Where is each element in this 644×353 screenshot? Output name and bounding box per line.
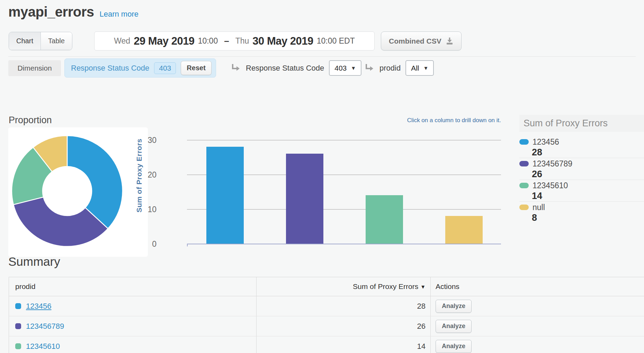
end-time: 10:00 EDT [317,36,355,46]
y-tick-label-20: 20 [143,170,156,180]
sort-descending-icon: ▼ [420,284,426,290]
drilldown-prodid-label: prodid [379,64,401,73]
chevron-down-icon: ▼ [351,65,356,71]
summary-table: prodid Sum of Proxy Errors ▼ Actions 123… [9,277,644,353]
legend-item-row: 123456789 [519,159,644,169]
x-axis-tick [187,244,188,246]
y-tick-label-0: 0 [143,239,156,249]
table-row-12345610: 1234561014Analyze [9,336,644,353]
legend-value: 14 [532,190,644,201]
legend-item-row: 123456 [519,137,644,147]
drilldown-status-code: Response Status Code 403 ▼ [231,58,361,78]
dimension-label: Dimension [8,60,61,76]
toolbar-separator [8,56,636,57]
legend-item-123456[interactable]: 12345628 [519,136,644,158]
sum-value: 14 [417,342,426,351]
drilldown-status-code-label: Response Status Code [246,64,324,73]
drilldown-hint: Click on a column to drill down on it. [328,117,501,124]
drilldown-status-code-select[interactable]: 403 ▼ [329,60,361,76]
drilldown-arrow-icon [364,63,375,73]
drilldown-status-code-value: 403 [334,64,347,72]
prodid-cell: 123456 [9,296,257,316]
legend-swatch-icon [519,139,529,145]
prodid-cell: 12345610 [9,336,257,353]
proportion-donut-chart [8,127,148,257]
legend-label: 123456 [533,137,559,147]
analyze-button[interactable]: Analyze [436,340,472,353]
legend-item-row: 12345610 [519,181,644,190]
prodid-link[interactable]: 123456 [26,302,51,311]
bar-12345610[interactable] [366,195,403,244]
combined-csv-button[interactable]: Combined CSV [381,31,462,51]
prodid-link[interactable]: 12345610 [26,342,60,351]
actions-cell: Analyze [431,316,644,336]
legend-value: 8 [532,212,644,223]
drilldown-arrow-icon [231,63,241,73]
view-toggle: Chart Table [9,32,72,50]
table-row-123456789: 12345678926Analyze [9,316,644,336]
bar-null[interactable] [445,216,483,244]
download-icon [446,37,454,45]
date-range-dash: – [224,36,229,46]
analytics-dashboard: myapi_errors Learn more Chart Table Wed … [0,0,644,353]
tab-table[interactable]: Table [41,32,72,50]
proportion-title: Proportion [9,115,52,126]
sum-value: 28 [417,302,426,311]
learn-more-link[interactable]: Learn more [99,10,138,19]
legend-title: Sum of Proxy Errors [519,115,644,132]
start-date: 29 May 2019 [134,35,194,47]
legend-swatch-icon [519,161,529,166]
active-filter-pill: Response Status Code 403 Reset [64,58,216,78]
reset-button[interactable]: Reset [181,61,211,75]
end-date: 30 May 2019 [252,35,313,47]
chart-legend: Sum of Proxy Errors 12345628123456789261… [519,115,644,224]
gridline-30 [187,140,501,141]
analyze-button[interactable]: Analyze [436,320,472,333]
date-range-picker[interactable]: Wed 29 May 2019 10:00 – Thu 30 May 2019 … [94,31,375,51]
start-day: Wed [114,36,130,46]
prodid-link[interactable]: 123456789 [26,322,64,331]
combined-csv-label: Combined CSV [389,37,441,45]
legend-swatch-icon [519,205,529,210]
drilldown-prodid-value: All [411,64,419,72]
column-header-prodid[interactable]: prodid [15,282,35,291]
actions-cell: Analyze [431,296,644,316]
active-filter-name: Response Status Code [71,64,149,73]
legend-item-null[interactable]: null8 [519,202,644,224]
header: myapi_errors Learn more [8,4,138,20]
series-swatch-icon [15,323,21,329]
summary-heading: Summary [8,255,60,269]
x-axis-line [187,244,501,244]
value-cell: 28 [257,296,431,316]
legend-value: 26 [532,169,644,180]
summary-table-header: prodid Sum of Proxy Errors ▼ Actions [9,277,644,296]
table-row-123456: 12345628Analyze [9,296,644,316]
column-header-sum[interactable]: Sum of Proxy Errors [353,282,418,291]
series-swatch-icon [15,343,21,349]
active-filter-value-badge: 403 [154,62,176,74]
y-axis-title: Sum of Proxy Errors [135,149,143,212]
legend-value: 28 [532,147,644,158]
legend-items: 12345628123456789261234561014null8 [519,136,644,224]
bar-123456[interactable] [206,147,244,244]
analyze-button[interactable]: Analyze [436,300,472,313]
page-title: myapi_errors [8,4,94,20]
legend-label: null [533,203,545,212]
drilldown-prodid: prodid All ▼ [364,58,434,78]
legend-label: 123456789 [533,159,572,169]
actions-cell: Analyze [431,336,644,353]
legend-swatch-icon [519,183,529,188]
y-tick-label-30: 30 [143,136,156,145]
bar-123456789[interactable] [286,154,323,244]
end-day: Thu [235,36,249,46]
start-time: 10:00 [198,36,218,46]
legend-item-12345610[interactable]: 1234561014 [519,180,644,202]
legend-label: 12345610 [533,181,568,190]
value-cell: 14 [257,336,431,353]
drilldown-prodid-select[interactable]: All ▼ [405,60,434,76]
legend-item-123456789[interactable]: 12345678926 [519,158,644,180]
tab-chart[interactable]: Chart [9,32,41,50]
summary-table-body: 12345628Analyze12345678926Analyze1234561… [9,296,644,353]
column-header-actions: Actions [436,282,459,291]
prodid-cell: 123456789 [9,316,257,336]
